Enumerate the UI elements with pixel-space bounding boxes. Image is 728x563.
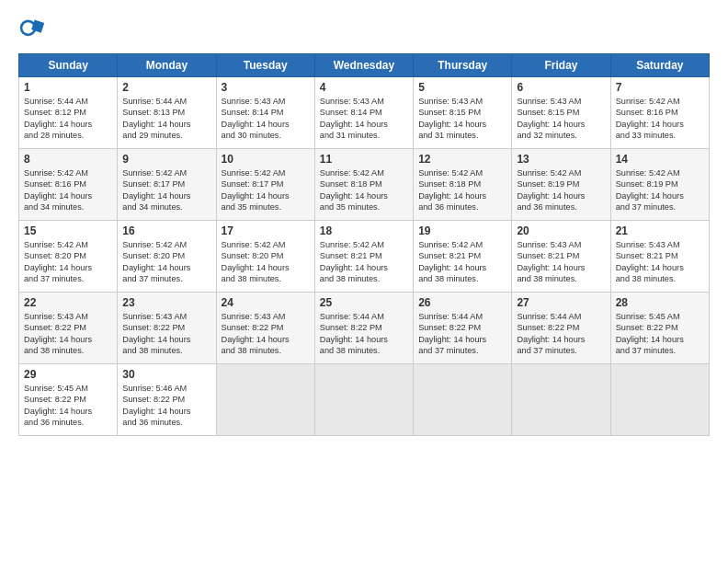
calendar-cell: 22Sunrise: 5:43 AMSunset: 8:22 PMDayligh…: [19, 293, 118, 364]
cell-content: Sunrise: 5:42 AMSunset: 8:21 PMDaylight:…: [320, 239, 408, 285]
cell-content: Sunrise: 5:42 AMSunset: 8:16 PMDaylight:…: [616, 96, 704, 142]
calendar-cell: 27Sunrise: 5:44 AMSunset: 8:22 PMDayligh…: [512, 293, 610, 364]
calendar-cell: 4Sunrise: 5:43 AMSunset: 8:14 PMDaylight…: [314, 77, 413, 149]
header: [18, 17, 710, 44]
weekday-header: Thursday: [414, 54, 512, 77]
cell-content: Sunrise: 5:43 AMSunset: 8:14 PMDaylight:…: [320, 96, 408, 142]
cell-content: Sunrise: 5:43 AMSunset: 8:22 PMDaylight:…: [222, 311, 310, 357]
calendar-header-row: SundayMondayTuesdayWednesdayThursdayFrid…: [19, 54, 710, 77]
day-number: 5: [418, 81, 506, 94]
weekday-header: Sunday: [19, 54, 118, 77]
day-number: 11: [320, 153, 408, 166]
cell-content: Sunrise: 5:43 AMSunset: 8:22 PMDaylight:…: [122, 311, 210, 357]
calendar-cell: 18Sunrise: 5:42 AMSunset: 8:21 PMDayligh…: [314, 221, 413, 293]
cell-content: Sunrise: 5:44 AMSunset: 8:13 PMDaylight:…: [122, 96, 210, 142]
cell-content: Sunrise: 5:43 AMSunset: 8:21 PMDaylight:…: [616, 239, 704, 285]
cell-content: Sunrise: 5:42 AMSunset: 8:21 PMDaylight:…: [418, 239, 506, 285]
cell-content: Sunrise: 5:42 AMSunset: 8:20 PMDaylight:…: [24, 239, 112, 285]
weekday-header: Saturday: [610, 54, 709, 77]
weekday-header: Monday: [118, 54, 216, 77]
calendar-cell: 21Sunrise: 5:43 AMSunset: 8:21 PMDayligh…: [610, 221, 709, 293]
weekday-header: Friday: [512, 54, 610, 77]
day-number: 3: [222, 81, 310, 94]
calendar-cell: 24Sunrise: 5:43 AMSunset: 8:22 PMDayligh…: [216, 293, 314, 364]
calendar-week-row: 29Sunrise: 5:45 AMSunset: 8:22 PMDayligh…: [19, 364, 710, 436]
calendar-cell: 10Sunrise: 5:42 AMSunset: 8:17 PMDayligh…: [216, 149, 314, 221]
cell-content: Sunrise: 5:44 AMSunset: 8:22 PMDaylight:…: [517, 311, 605, 357]
day-number: 7: [616, 81, 704, 94]
calendar-cell: 9Sunrise: 5:42 AMSunset: 8:17 PMDaylight…: [118, 149, 216, 221]
cell-content: Sunrise: 5:42 AMSunset: 8:16 PMDaylight:…: [24, 167, 112, 213]
day-number: 1: [24, 81, 112, 94]
calendar-cell: 25Sunrise: 5:44 AMSunset: 8:22 PMDayligh…: [314, 293, 413, 364]
calendar-cell: 23Sunrise: 5:43 AMSunset: 8:22 PMDayligh…: [118, 293, 216, 364]
cell-content: Sunrise: 5:43 AMSunset: 8:14 PMDaylight:…: [222, 96, 310, 142]
calendar-cell: 19Sunrise: 5:42 AMSunset: 8:21 PMDayligh…: [414, 221, 512, 293]
day-number: 2: [122, 81, 210, 94]
weekday-header: Tuesday: [216, 54, 314, 77]
day-number: 28: [616, 296, 704, 309]
day-number: 15: [24, 224, 112, 237]
cell-content: Sunrise: 5:42 AMSunset: 8:19 PMDaylight:…: [517, 167, 605, 213]
calendar-cell: 6Sunrise: 5:43 AMSunset: 8:15 PMDaylight…: [512, 77, 610, 149]
day-number: 8: [24, 153, 112, 166]
day-number: 6: [517, 81, 605, 94]
logo-icon: [18, 17, 46, 44]
day-number: 14: [616, 153, 704, 166]
page: SundayMondayTuesdayWednesdayThursdayFrid…: [0, 0, 728, 563]
calendar-week-row: 15Sunrise: 5:42 AMSunset: 8:20 PMDayligh…: [19, 221, 710, 293]
calendar-cell: 26Sunrise: 5:44 AMSunset: 8:22 PMDayligh…: [414, 293, 512, 364]
calendar-cell: [414, 364, 512, 436]
calendar-cell: 13Sunrise: 5:42 AMSunset: 8:19 PMDayligh…: [512, 149, 610, 221]
calendar: SundayMondayTuesdayWednesdayThursdayFrid…: [18, 53, 710, 436]
logo: [18, 17, 50, 44]
cell-content: Sunrise: 5:42 AMSunset: 8:17 PMDaylight:…: [222, 167, 310, 213]
calendar-cell: 5Sunrise: 5:43 AMSunset: 8:15 PMDaylight…: [414, 77, 512, 149]
cell-content: Sunrise: 5:44 AMSunset: 8:22 PMDaylight:…: [418, 311, 506, 357]
cell-content: Sunrise: 5:43 AMSunset: 8:15 PMDaylight:…: [517, 96, 605, 142]
day-number: 12: [418, 153, 506, 166]
cell-content: Sunrise: 5:42 AMSunset: 8:17 PMDaylight:…: [122, 167, 210, 213]
day-number: 18: [320, 224, 408, 237]
cell-content: Sunrise: 5:43 AMSunset: 8:22 PMDaylight:…: [24, 311, 112, 357]
calendar-body: 1Sunrise: 5:44 AMSunset: 8:12 PMDaylight…: [19, 77, 710, 436]
calendar-cell: [610, 364, 709, 436]
calendar-cell: 28Sunrise: 5:45 AMSunset: 8:22 PMDayligh…: [610, 293, 709, 364]
cell-content: Sunrise: 5:43 AMSunset: 8:21 PMDaylight:…: [517, 239, 605, 285]
calendar-cell: 12Sunrise: 5:42 AMSunset: 8:18 PMDayligh…: [414, 149, 512, 221]
calendar-week-row: 1Sunrise: 5:44 AMSunset: 8:12 PMDaylight…: [19, 77, 710, 149]
cell-content: Sunrise: 5:42 AMSunset: 8:18 PMDaylight:…: [418, 167, 506, 213]
day-number: 21: [616, 224, 704, 237]
day-number: 23: [122, 296, 210, 309]
day-number: 29: [24, 368, 112, 381]
calendar-cell: [512, 364, 610, 436]
calendar-cell: 30Sunrise: 5:46 AMSunset: 8:22 PMDayligh…: [118, 364, 216, 436]
calendar-cell: 1Sunrise: 5:44 AMSunset: 8:12 PMDaylight…: [19, 77, 118, 149]
calendar-cell: 8Sunrise: 5:42 AMSunset: 8:16 PMDaylight…: [19, 149, 118, 221]
calendar-cell: 20Sunrise: 5:43 AMSunset: 8:21 PMDayligh…: [512, 221, 610, 293]
day-number: 19: [418, 224, 506, 237]
calendar-cell: 2Sunrise: 5:44 AMSunset: 8:13 PMDaylight…: [118, 77, 216, 149]
cell-content: Sunrise: 5:42 AMSunset: 8:19 PMDaylight:…: [616, 167, 704, 213]
day-number: 30: [122, 368, 210, 381]
calendar-cell: 16Sunrise: 5:42 AMSunset: 8:20 PMDayligh…: [118, 221, 216, 293]
day-number: 24: [222, 296, 310, 309]
day-number: 13: [517, 153, 605, 166]
day-number: 16: [122, 224, 210, 237]
calendar-week-row: 22Sunrise: 5:43 AMSunset: 8:22 PMDayligh…: [19, 293, 710, 364]
calendar-cell: [216, 364, 314, 436]
weekday-header: Wednesday: [314, 54, 413, 77]
calendar-cell: [314, 364, 413, 436]
day-number: 4: [320, 81, 408, 94]
calendar-week-row: 8Sunrise: 5:42 AMSunset: 8:16 PMDaylight…: [19, 149, 710, 221]
day-number: 22: [24, 296, 112, 309]
day-number: 9: [122, 153, 210, 166]
cell-content: Sunrise: 5:43 AMSunset: 8:15 PMDaylight:…: [418, 96, 506, 142]
cell-content: Sunrise: 5:42 AMSunset: 8:20 PMDaylight:…: [122, 239, 210, 285]
day-number: 17: [222, 224, 310, 237]
cell-content: Sunrise: 5:45 AMSunset: 8:22 PMDaylight:…: [24, 383, 112, 429]
day-number: 10: [222, 153, 310, 166]
day-number: 27: [517, 296, 605, 309]
calendar-cell: 11Sunrise: 5:42 AMSunset: 8:18 PMDayligh…: [314, 149, 413, 221]
calendar-cell: 15Sunrise: 5:42 AMSunset: 8:20 PMDayligh…: [19, 221, 118, 293]
